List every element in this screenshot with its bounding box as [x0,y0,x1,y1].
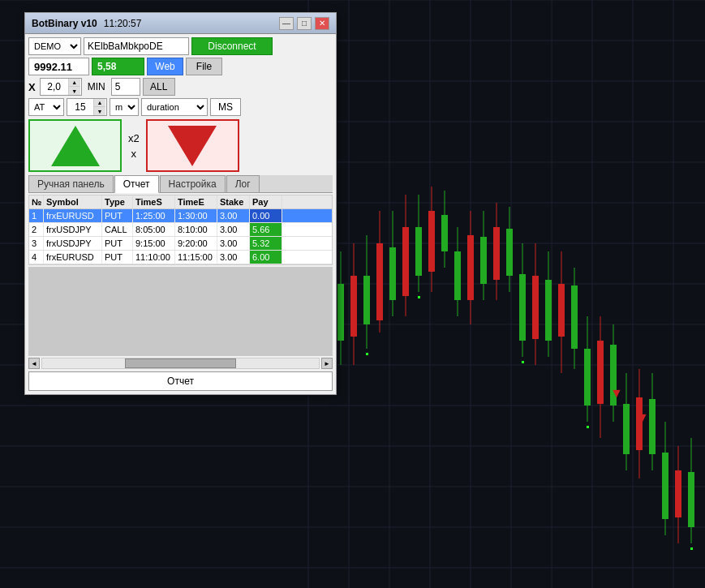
table-row[interactable]: 1 frxEURUSD PUT 1:25:00 1:30:00 3.00 0.0… [29,209,332,223]
cell-timee-4: 11:15:00 [175,251,217,264]
cell-type-1: PUT [102,209,133,222]
cell-timee-3: 9:20:00 [175,237,217,250]
empty-area [28,267,333,356]
col-pay: Pay [250,195,282,208]
duration-decrement-button[interactable]: ▼ [94,107,105,115]
cell-pay-1: 0.00 [250,209,282,222]
cell-type-2: CALL [102,223,133,236]
ms-button[interactable]: MS [210,98,241,116]
duration-spinner-buttons: ▲ ▼ [93,99,105,115]
cell-num-2: 2 [29,223,44,236]
app-time: 11:20:57 [104,18,142,29]
tabs-row: Ручная панель Отчет Настройка Лог [28,175,333,193]
cell-timee-1: 1:30:00 [175,209,217,222]
unit-select[interactable]: m [110,98,139,116]
x-lower-label: x [131,148,137,160]
cell-timee-2: 8:10:00 [175,223,217,236]
cell-times-4: 11:10:00 [133,251,175,264]
x-spinner-buttons: ▲ ▼ [68,79,80,95]
tab-report[interactable]: Отчет [114,175,159,193]
x-spinner[interactable]: ▲ ▼ [40,78,82,96]
cell-num-1: 1 [29,209,44,222]
x-increment-button[interactable]: ▲ [69,79,80,87]
down-arrow-icon [168,126,217,166]
balance-row: 9992.11 5,58 Web File [28,58,333,75]
title-bar: BotBinary v10 11:20:57 — □ ✕ [25,13,336,34]
table-row[interactable]: 3 frxUSDJPY PUT 9:15:00 9:20:00 3.00 5.3… [29,237,332,251]
scroll-left-button[interactable]: ◄ [28,358,40,369]
cell-stake-3: 3.00 [217,237,250,250]
cell-stake-2: 3.00 [217,223,250,236]
min-value-input[interactable] [111,78,140,96]
table-row[interactable]: 4 frxEURUSD PUT 11:10:00 11:15:00 3.00 6… [29,251,332,264]
col-stake: Stake [217,195,250,208]
duration-row: AT ▲ ▼ m duration MS [28,98,333,116]
col-type: Type [102,195,133,208]
web-button[interactable]: Web [147,58,183,75]
at-select[interactable]: AT [28,98,64,116]
cell-symbol-2: frxUSDJPY [44,223,102,236]
stake-display: 5,58 [92,58,144,75]
scroll-thumb[interactable] [125,358,235,368]
cell-type-3: PUT [102,237,133,250]
cell-num-3: 3 [29,237,44,250]
cell-times-3: 9:15:00 [133,237,175,250]
scroll-track[interactable] [41,358,320,369]
cell-times-2: 8:05:00 [133,223,175,236]
col-num: № [29,195,44,208]
cell-symbol-3: frxUSDJPY [44,237,102,250]
trading-panel: BotBinary v10 11:20:57 — □ ✕ DEMO Discon… [24,12,337,395]
tab-manual-panel[interactable]: Ручная панель [28,175,114,192]
x-min-row: X ▲ ▼ MIN ALL [28,78,333,96]
cell-pay-3: 5.32 [250,237,282,250]
scroll-right-button[interactable]: ► [321,358,333,369]
duration-spinner[interactable]: ▲ ▼ [67,98,107,116]
cell-num-4: 4 [29,251,44,264]
duration-type-select[interactable]: duration [141,98,208,116]
duration-value-input[interactable] [67,99,93,115]
file-button[interactable]: File [186,58,222,75]
panel-content: DEMO Disconnect 9992.11 5,58 Web File X … [25,34,336,394]
disconnect-button[interactable]: Disconnect [191,37,273,55]
table-row[interactable]: 2 frxUSDJPY CALL 8:05:00 8:10:00 3.00 5.… [29,223,332,237]
cell-pay-4: 6.00 [250,251,282,264]
min-label: MIN [88,81,105,92]
x-label: X [28,81,36,93]
cell-times-1: 1:25:00 [133,209,175,222]
account-id-input[interactable] [84,37,189,55]
tab-log[interactable]: Лог [226,175,260,192]
trade-buttons-row: x2 x [28,119,333,172]
trade-down-button[interactable] [146,119,239,172]
x2-area: x2 x [122,132,146,160]
cell-symbol-1: frxEURUSD [44,209,102,222]
title-bar-left: BotBinary v10 11:20:57 [32,18,141,29]
cell-symbol-4: frxEURUSD [44,251,102,264]
cell-stake-1: 3.00 [217,209,250,222]
col-timee: TimeE [175,195,217,208]
report-button[interactable]: Отчет [28,371,333,391]
col-times: TimeS [133,195,175,208]
close-button[interactable]: ✕ [315,17,329,30]
title-controls: — □ ✕ [279,17,329,30]
tab-settings[interactable]: Настройка [160,175,226,192]
account-type-select[interactable]: DEMO [28,37,81,55]
maximize-button[interactable]: □ [297,17,312,30]
table-header: № Symbol Type TimeS TimeE Stake Pay [29,195,332,209]
x-decrement-button[interactable]: ▼ [69,87,80,95]
account-row: DEMO Disconnect [28,37,333,55]
cell-stake-4: 3.00 [217,251,250,264]
cell-pay-2: 5.66 [250,223,282,236]
x-value-input[interactable] [41,79,68,95]
x2-label: x2 [128,132,140,144]
horizontal-scrollbar: ◄ ► [28,358,333,369]
balance-display: 9992.11 [28,58,89,75]
up-arrow-icon [51,126,100,166]
trades-table: № Symbol Type TimeS TimeE Stake Pay 1 fr… [28,195,333,265]
minimize-button[interactable]: — [279,17,294,30]
trade-up-button[interactable] [28,119,122,172]
col-symbol: Symbol [44,195,102,208]
cell-type-4: PUT [102,251,133,264]
app-title: BotBinary v10 [32,18,97,29]
duration-increment-button[interactable]: ▲ [94,99,105,107]
all-button[interactable]: ALL [143,78,175,96]
